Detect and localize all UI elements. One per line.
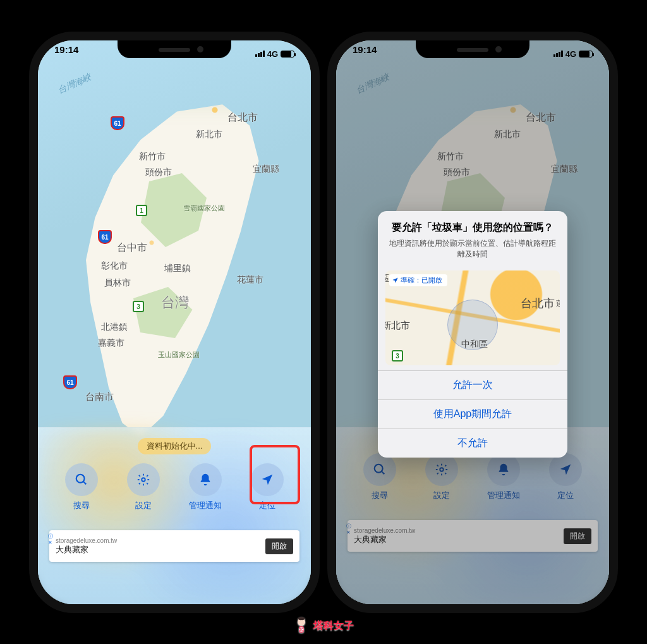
label-newtaipei: 新北市 [196,129,222,140]
mini-qu: 區 [385,273,389,284]
phone-right: 19:14 4G 台灣海峽 台北市 新北市 新竹市 頭份市 宜蘭縣 台中市 台南… [327,32,618,613]
alert-subtitle: 地理資訊將使用於顯示當前位置、估計導航路程距離及時間 [389,238,556,260]
shield-61c: 61 [63,375,77,389]
label-hualien: 花蓮市 [237,274,263,286]
mini-taipei: 台北市 [521,296,555,311]
alert-header: 要允許「垃圾車」使用您的位置嗎？ 地理資訊將使用於顯示當前位置、估計導航路程距離… [378,211,567,265]
ad-url: storagedeluxe.com.tw [56,537,117,545]
mini-zhonghe: 中和區 [461,339,488,350]
label-yushan: 玉山國家公園 [158,350,200,360]
init-status: 資料初始化中... [138,438,212,454]
network-label: 4G [267,49,278,59]
signal-icon [553,51,563,57]
tab-locate-label: 定位 [259,500,275,511]
mini-lian: 蓮市 [556,298,560,309]
ad-badge-icon: ⓘ✕ [48,533,53,545]
allow-while-using-button[interactable]: 使用App期間允許 [378,399,567,428]
allow-once-button[interactable]: 允許一次 [378,370,567,399]
status-time: 19:14 [54,44,78,63]
svg-point-0 [76,475,85,483]
signal-icon [255,51,265,57]
precision-label: 準確：已開啟 [401,276,442,285]
alert-map-preview[interactable]: 準確：已開啟 區 台北市 蓮市 新北市 中和區 3 [385,270,560,365]
label-yuanlin: 員林市 [104,277,131,289]
network-label: 4G [565,49,576,59]
label-taipei: 台北市 [227,111,258,125]
svg-line-1 [83,482,87,485]
search-icon [65,463,98,496]
bell-icon [189,463,222,496]
label-taichung: 台中市 [117,241,147,255]
route-3: 3 [133,301,144,312]
bottom-sheet: 資料初始化中... 搜尋 設定 [38,427,311,604]
phone-left: 19:14 4G 台灣海峽 台北市 新北市 新竹市 頭份市 宜蘭縣 台中市 彰化… [29,32,320,613]
mini-route-3: 3 [392,350,403,361]
screen: 19:14 4G 台灣海峽 台北市 新北市 新竹市 頭份市 宜蘭縣 台中市 彰化… [38,40,311,604]
tab-settings[interactable]: 設定 [127,463,160,511]
label-taiwan: 台灣 [161,293,189,312]
ad-banner[interactable]: ⓘ✕ storagedeluxe.com.tw 大典藏家 開啟 [49,530,299,562]
status-right: 4G [553,44,593,63]
tab-notify-label: 管理通知 [189,500,222,511]
label-tainan: 台南市 [85,391,114,403]
label-beigang: 北港鎮 [101,322,128,333]
battery-icon [281,51,294,58]
mini-newtaipei: 新北市 [385,320,410,332]
tab-search[interactable]: 搜尋 [65,463,98,511]
locate-icon [251,463,284,496]
label-toufen: 頭份市 [145,167,172,178]
notch [118,40,231,58]
precision-toggle[interactable]: 準確：已開啟 [389,274,447,286]
ad-open-button[interactable]: 開啟 [265,538,293,554]
label-hsinchu: 新竹市 [139,151,166,162]
screen: 19:14 4G 台灣海峽 台北市 新北市 新竹市 頭份市 宜蘭縣 台中市 台南… [336,40,609,604]
label-chiayi: 嘉義市 [98,337,124,349]
watermark-text: 塔科女子 [313,619,354,633]
shield-61b: 61 [98,230,112,244]
label-yilan: 宜蘭縣 [253,164,279,175]
alert-title: 要允許「垃圾車」使用您的位置嗎？ [389,221,556,234]
tab-settings-label: 設定 [135,500,152,511]
svg-text:3C: 3C [299,628,304,631]
svg-point-2 [142,478,145,482]
deny-button[interactable]: 不允許 [378,428,567,458]
status-right: 4G [255,44,294,63]
battery-icon [579,51,593,58]
tab-notify[interactable]: 管理通知 [189,463,222,511]
label-puli: 埔里鎮 [164,263,191,274]
ad-text: storagedeluxe.com.tw 大典藏家 [56,537,117,555]
shield-61a: 61 [111,116,124,130]
notch [416,40,529,58]
tabs: 搜尋 設定 管理通知 [38,459,311,518]
route-1: 1 [136,205,147,216]
tab-search-label: 搜尋 [73,500,90,511]
label-changhua: 彰化市 [101,260,128,272]
ad-title: 大典藏家 [56,545,117,555]
tab-locate[interactable]: 定位 [251,463,284,511]
gear-icon [127,463,160,496]
watermark: 3C 塔科女子 [293,616,354,635]
label-xueba: 雪霸國家公園 [183,204,225,213]
location-permission-alert: 要允許「垃圾車」使用您的位置嗎？ 地理資訊將使用於顯示當前位置、估計導航路程距離… [378,211,567,458]
watermark-icon: 3C [293,616,310,635]
status-time: 19:14 [353,44,377,63]
